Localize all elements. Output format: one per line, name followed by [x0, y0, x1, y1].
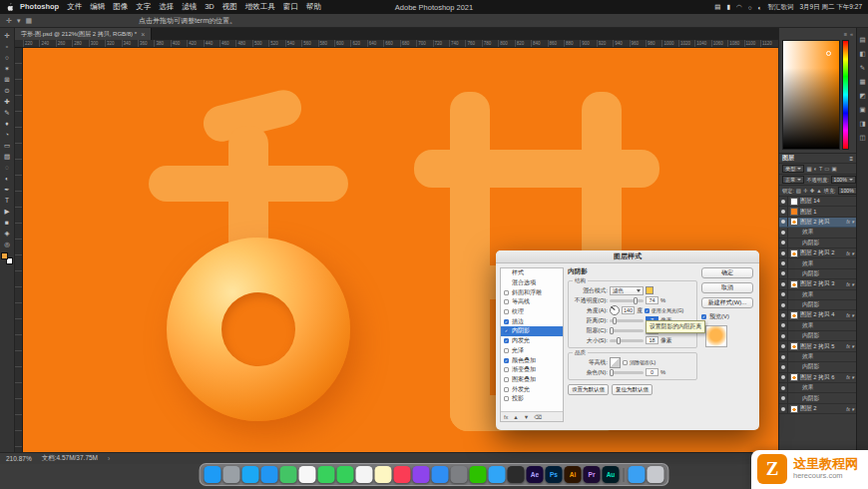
zoom-level[interactable]: 210.87% [6, 455, 32, 462]
style-list-item[interactable]: 内发光 [501, 336, 563, 346]
filter-smart-icon[interactable]: ▣ [831, 166, 836, 172]
style-checkbox[interactable] [504, 338, 509, 343]
add-effect-icon[interactable]: fx [504, 414, 508, 420]
visibility-toggle[interactable] [779, 207, 788, 216]
brush-tool[interactable]: ✎ [1, 107, 14, 118]
status-chevron-icon[interactable]: › [108, 455, 110, 462]
move-tool[interactable]: ✛ [1, 30, 14, 41]
layer-row[interactable]: 图层 2 [779, 404, 856, 414]
paths-panel-icon[interactable]: ▦ [859, 78, 865, 86]
layer-row[interactable]: 内阴影 [779, 269, 856, 279]
layer-thumbnail[interactable] [790, 208, 798, 216]
dialog-title[interactable]: 图层样式 [496, 250, 759, 263]
visibility-toggle[interactable] [779, 310, 788, 319]
style-checkbox[interactable] [504, 299, 509, 304]
healing-brush-tool[interactable]: ✚ [1, 96, 14, 107]
layer-thumbnail[interactable] [790, 405, 798, 413]
layer-thumbnail[interactable] [790, 198, 798, 206]
quick-selection-tool[interactable]: ✶ [1, 63, 14, 74]
layer-row[interactable]: 图层 2 拷贝 2 [779, 248, 856, 258]
angle-value[interactable]: 140 [622, 306, 635, 314]
marquee-tool[interactable]: ▫ [1, 41, 14, 52]
blend-mode-select[interactable]: 正常 [782, 176, 804, 184]
layer-filter-select[interactable]: 类型 [782, 165, 804, 173]
style-checkbox[interactable] [504, 348, 509, 353]
fill-select[interactable]: 100% [838, 187, 856, 195]
style-list-item[interactable]: 内阴影 [501, 326, 563, 336]
fx-badge-icon[interactable] [846, 281, 854, 287]
noise-slider[interactable] [610, 371, 644, 374]
menu-item[interactable]: 窗口 [283, 2, 298, 12]
slider-thumb[interactable] [610, 327, 614, 334]
align-icon[interactable]: ▦ [25, 17, 32, 25]
opacity-value[interactable]: 74 [646, 296, 658, 304]
slider-thumb[interactable] [617, 337, 621, 344]
menu-item[interactable]: 文字 [136, 2, 151, 12]
color-swatches[interactable] [1, 252, 13, 264]
menu-item[interactable]: 帮助 [306, 2, 321, 12]
visibility-toggle[interactable] [779, 290, 788, 299]
notes[interactable] [375, 466, 392, 483]
style-checkbox[interactable] [504, 396, 509, 401]
fx-badge-icon[interactable] [846, 374, 854, 380]
menu-item[interactable]: 视图 [222, 2, 237, 12]
layer-row[interactable]: 图层 1 [779, 207, 856, 217]
menu-item[interactable]: 滤镜 [182, 2, 197, 12]
crop-tool[interactable]: ⊞ [1, 74, 14, 85]
brushes-panel-icon[interactable]: ✎ [860, 64, 865, 72]
wechat[interactable] [470, 466, 487, 483]
hand-tool[interactable]: ◈ [1, 228, 14, 239]
lock-pixels-icon[interactable]: ✛ [803, 188, 808, 194]
style-list-item[interactable]: 纹理 [501, 307, 563, 317]
layer-row[interactable]: 图层 2 拷贝 3 [779, 279, 856, 289]
visibility-toggle[interactable] [779, 228, 788, 237]
reset-default-button[interactable]: 复位为默认值 [612, 384, 652, 395]
downloads-folder[interactable] [629, 466, 646, 483]
layer-row[interactable]: 图层 2 拷贝 6 [779, 373, 856, 383]
layer-row[interactable]: 效果 [779, 290, 856, 300]
contour-picker[interactable] [610, 357, 621, 368]
facetime[interactable] [337, 466, 354, 483]
visibility-toggle[interactable] [779, 331, 788, 340]
collapse-panel-icon[interactable]: « [850, 31, 853, 38]
visibility-toggle[interactable] [779, 362, 788, 371]
color-field-marker[interactable] [826, 51, 831, 56]
choke-slider[interactable] [610, 329, 644, 332]
after-effects[interactable]: Ae [527, 466, 544, 483]
visibility-toggle[interactable] [779, 248, 788, 257]
visibility-toggle[interactable] [779, 404, 788, 413]
messages[interactable] [318, 466, 335, 483]
fx-badge-icon[interactable] [846, 250, 854, 256]
visibility-toggle[interactable] [779, 383, 788, 392]
fx-badge-icon[interactable] [846, 312, 854, 318]
layer-row[interactable]: 内阴影 [779, 300, 856, 310]
gradient-tool[interactable]: ▨ [1, 151, 14, 162]
history-brush-tool[interactable]: ◔ [1, 129, 14, 140]
visibility-toggle[interactable] [779, 300, 788, 309]
layer-row[interactable]: 效果 [779, 321, 856, 331]
photoshop[interactable]: Ps [546, 466, 563, 483]
menu-item[interactable]: 3D [205, 2, 215, 12]
style-list-item[interactable]: 图案叠加 [501, 375, 563, 385]
size-value[interactable]: 18 [646, 336, 658, 344]
filter-pixel-icon[interactable]: ▦ [806, 166, 811, 172]
filter-type-icon[interactable]: T [819, 166, 822, 172]
music[interactable] [394, 466, 411, 483]
libraries-panel-icon[interactable]: ▣ [859, 106, 865, 114]
type-tool[interactable]: T [1, 195, 14, 206]
slider-thumb[interactable] [634, 297, 638, 304]
menu-item[interactable]: 选择 [159, 2, 174, 12]
search-icon[interactable]: ○ [748, 4, 752, 11]
trash[interactable] [648, 466, 664, 483]
layer-row[interactable]: 内阴影 [779, 239, 856, 248]
layers-panel-menu-icon[interactable]: ≡ [849, 156, 853, 162]
menu-item[interactable]: 文件 [67, 2, 82, 12]
actions-panel-icon[interactable]: ◫ [859, 134, 865, 142]
app-store[interactable] [432, 466, 449, 483]
visibility-toggle[interactable] [779, 279, 788, 288]
layer-row[interactable]: 效果 [779, 258, 856, 268]
tab-layers[interactable]: 图层 [782, 154, 794, 163]
terminal[interactable] [508, 466, 525, 483]
control-center-icon[interactable]: ◐ [758, 4, 762, 11]
style-checkbox[interactable] [504, 387, 509, 392]
